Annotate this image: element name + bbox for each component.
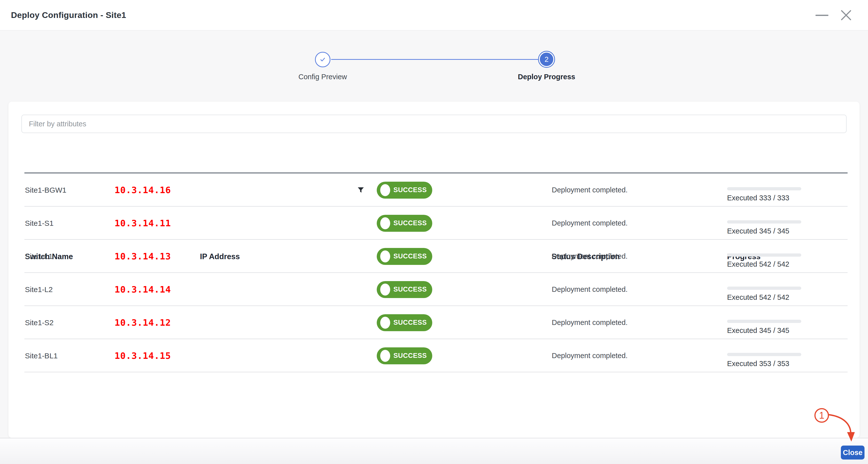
status-label: SUCCESS bbox=[394, 253, 427, 260]
table-row: Site1-BGW110.3.14.16SUCCESSDeployment co… bbox=[8, 173, 860, 207]
window-titlebar: Deploy Configuration - Site1 bbox=[0, 0, 868, 31]
switch-name-cell: Site1-S1 bbox=[25, 207, 54, 240]
progress-label: Executed 542 / 542 bbox=[727, 293, 789, 301]
step-number-badge: 2 bbox=[540, 53, 553, 66]
status-label: SUCCESS bbox=[394, 352, 427, 359]
stepper-connector bbox=[331, 59, 538, 60]
ip-address-cell: 10.3.14.15 bbox=[115, 339, 171, 372]
step-label-config-preview: Config Preview bbox=[280, 73, 365, 81]
status-badge: SUCCESS bbox=[377, 215, 432, 232]
status-badge: SUCCESS bbox=[377, 347, 432, 364]
progress-label: Executed 353 / 353 bbox=[727, 359, 789, 368]
step-label-deploy-progress: Deploy Progress bbox=[504, 73, 589, 81]
status-cell: SUCCESS bbox=[377, 173, 432, 207]
progress-label: Executed 333 / 333 bbox=[727, 194, 789, 202]
switch-name-cell: Site1-BGW1 bbox=[25, 173, 66, 207]
status-badge: SUCCESS bbox=[377, 281, 432, 298]
status-label: SUCCESS bbox=[394, 219, 427, 227]
ip-address-cell: 10.3.14.14 bbox=[115, 273, 171, 306]
filter-funnel-icon[interactable] bbox=[356, 173, 365, 207]
table-row: Site1-S110.3.14.11SUCCESSDeployment comp… bbox=[8, 207, 860, 240]
status-description-cell: Deployment completed. bbox=[552, 207, 628, 240]
status-label: SUCCESS bbox=[394, 319, 427, 326]
filter-input[interactable] bbox=[22, 115, 846, 133]
table-row: Site1-BL110.3.14.15SUCCESSDeployment com… bbox=[8, 339, 860, 372]
status-description-cell: Deployment completed. bbox=[552, 273, 628, 306]
progress-bar bbox=[727, 353, 801, 356]
step-deploy-progress-circle[interactable]: 2 bbox=[538, 51, 555, 68]
status-cell: SUCCESS bbox=[377, 207, 432, 240]
table-row: Site1-S210.3.14.12SUCCESSDeployment comp… bbox=[8, 306, 860, 339]
progress-bar bbox=[727, 187, 801, 191]
status-description-cell: Deployment completed. bbox=[552, 306, 628, 339]
progress-cell: Executed 542 / 542 bbox=[727, 240, 801, 273]
status-dot-icon bbox=[380, 284, 390, 295]
progress-label: Executed 345 / 345 bbox=[727, 227, 789, 235]
step-config-preview-circle[interactable] bbox=[315, 52, 331, 67]
status-dot-icon bbox=[380, 350, 390, 362]
progress-label: Executed 345 / 345 bbox=[727, 326, 789, 335]
status-description-cell: Deployment completed. bbox=[552, 339, 628, 372]
status-label: SUCCESS bbox=[394, 286, 427, 293]
progress-bar bbox=[727, 220, 801, 224]
progress-cell: Executed 333 / 333 bbox=[727, 173, 801, 207]
status-description-cell: Deployment completed. bbox=[552, 240, 628, 273]
progress-label: Executed 542 / 542 bbox=[727, 260, 789, 268]
status-badge: SUCCESS bbox=[377, 314, 432, 331]
table-row: Site1-L110.3.14.13SUCCESSDeployment comp… bbox=[8, 240, 860, 273]
ip-address-cell: 10.3.14.16 bbox=[115, 173, 171, 207]
status-description-cell: Deployment completed. bbox=[552, 173, 628, 207]
status-cell: SUCCESS bbox=[377, 339, 432, 372]
switch-name-cell: Site1-BL1 bbox=[25, 339, 58, 372]
deploy-progress-card: Switch Name IP Address Status Status Des… bbox=[8, 102, 860, 438]
status-cell: SUCCESS bbox=[377, 273, 432, 306]
switch-name-cell: Site1-L1 bbox=[25, 240, 53, 273]
ip-address-cell: 10.3.14.13 bbox=[115, 240, 171, 273]
status-dot-icon bbox=[380, 184, 390, 196]
close-window-button[interactable] bbox=[838, 7, 854, 23]
progress-bar bbox=[727, 254, 801, 257]
minimize-button[interactable] bbox=[814, 7, 830, 23]
progress-cell: Executed 353 / 353 bbox=[727, 339, 801, 372]
status-badge: SUCCESS bbox=[377, 182, 432, 199]
table-body: Site1-BGW110.3.14.16SUCCESSDeployment co… bbox=[8, 173, 860, 372]
progress-cell: Executed 345 / 345 bbox=[727, 207, 801, 240]
status-dot-icon bbox=[380, 317, 390, 329]
ip-address-cell: 10.3.14.11 bbox=[115, 207, 171, 240]
table-row: Site1-L210.3.14.14SUCCESSDeployment comp… bbox=[8, 273, 860, 306]
progress-bar bbox=[727, 287, 801, 290]
modal-footer: Close bbox=[0, 438, 868, 464]
status-cell: SUCCESS bbox=[377, 240, 432, 273]
check-icon bbox=[319, 56, 327, 63]
status-label: SUCCESS bbox=[394, 186, 427, 194]
status-dot-icon bbox=[380, 217, 390, 229]
switch-name-cell: Site1-S2 bbox=[25, 306, 54, 339]
close-button[interactable]: Close bbox=[841, 445, 865, 460]
progress-cell: Executed 542 / 542 bbox=[727, 273, 801, 306]
ip-address-cell: 10.3.14.12 bbox=[115, 306, 171, 339]
progress-bar bbox=[727, 320, 801, 323]
switch-name-cell: Site1-L2 bbox=[25, 273, 53, 306]
status-dot-icon bbox=[380, 251, 390, 262]
minimize-icon bbox=[815, 15, 829, 16]
close-icon bbox=[840, 9, 852, 21]
row-divider bbox=[24, 372, 847, 372]
status-badge: SUCCESS bbox=[377, 248, 432, 265]
status-cell: SUCCESS bbox=[377, 306, 432, 339]
progress-cell: Executed 345 / 345 bbox=[727, 306, 801, 339]
page-title: Deploy Configuration - Site1 bbox=[11, 0, 126, 30]
